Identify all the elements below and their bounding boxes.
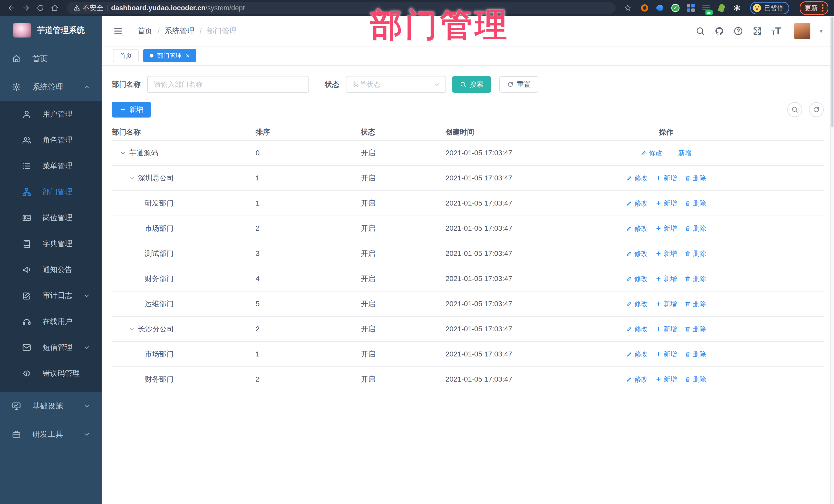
reset-button[interactable]: 重置 [499, 76, 539, 93]
browser-forward-button[interactable] [20, 2, 32, 14]
action-add-link[interactable]: 新增 [655, 224, 677, 233]
dept-name-text: 市场部门 [145, 349, 174, 359]
address-bar[interactable]: 不安全 dashboard.yudao.iocoder.cn/system/de… [67, 2, 616, 14]
ext-green-check-icon[interactable]: ✓ [671, 4, 680, 12]
sidebar-collapse-button[interactable] [113, 26, 123, 36]
action-delete-link[interactable]: 删除 [685, 224, 706, 233]
action-add-link[interactable]: 新增 [655, 350, 677, 359]
dept-name-input[interactable] [147, 76, 309, 93]
browser-reload-button[interactable] [35, 2, 46, 14]
sidebar-item-用户管理[interactable]: 用户管理 [0, 101, 102, 127]
browser-home-button[interactable] [49, 2, 61, 14]
breadcrumb-item[interactable]: 部门管理 [207, 26, 237, 36]
sidebar-item-菜单管理[interactable]: 菜单管理 [0, 153, 102, 179]
sidebar-item-短信管理[interactable]: 短信管理 [0, 334, 102, 360]
action-add-link[interactable]: 新增 [655, 325, 677, 334]
action-edit-link[interactable]: 修改 [641, 149, 662, 158]
action-edit-link[interactable]: 修改 [626, 224, 648, 233]
ext-green-figure-icon[interactable] [717, 4, 726, 12]
action-add-link[interactable]: 新增 [655, 274, 677, 283]
fullscreen-icon[interactable] [752, 26, 762, 36]
action-label: 删除 [693, 199, 706, 208]
help-icon[interactable] [733, 26, 743, 36]
sidebar-item-岗位管理[interactable]: 岗位管理 [0, 205, 102, 231]
close-icon[interactable]: × [186, 52, 190, 59]
headset-icon [22, 317, 31, 326]
sidebar-item-部门管理[interactable]: 部门管理 [0, 179, 102, 205]
sidebar-item-label: 错误码管理 [43, 368, 80, 378]
sidebar-item-通知公告[interactable]: 通知公告 [0, 257, 102, 283]
action-delete-link[interactable]: 删除 [685, 199, 706, 208]
ext-puzzle-icon[interactable] [733, 4, 741, 12]
sidebar-submenu: 用户管理角色管理菜单管理部门管理岗位管理字典管理通知公告审计日志在线用户短信管理… [0, 101, 102, 392]
sidebar-item-错误码管理[interactable]: 错误码管理 [0, 360, 102, 386]
action-add-link[interactable]: 新增 [655, 375, 677, 384]
action-edit-link[interactable]: 修改 [626, 325, 648, 334]
action-edit-link[interactable]: 修改 [626, 199, 648, 208]
ext-orange-ring-icon[interactable] [640, 4, 649, 12]
browser-back-button[interactable] [6, 2, 18, 14]
actions-cell: 修改新增删除 [599, 174, 733, 183]
expand-caret-icon[interactable] [119, 150, 126, 156]
action-delete-link[interactable]: 删除 [685, 174, 706, 183]
action-edit-link[interactable]: 修改 [626, 249, 648, 258]
sidebar-item-label: 在线用户 [43, 316, 72, 327]
action-edit-link[interactable]: 修改 [626, 274, 648, 283]
sidebar-item-首页[interactable]: 首页 [0, 45, 102, 73]
status-select[interactable]: 菜单状态 [346, 76, 446, 93]
add-button[interactable]: 新增 [112, 102, 151, 117]
action-delete-link[interactable]: 删除 [685, 375, 706, 384]
sidebar-item-字典管理[interactable]: 字典管理 [0, 231, 102, 257]
sidebar-item-系统管理[interactable]: 系统管理 [0, 73, 102, 101]
page-scrollbar[interactable] [830, 16, 834, 504]
action-edit-link[interactable]: 修改 [626, 375, 648, 384]
breadcrumb-item[interactable]: 首页 [137, 26, 152, 36]
sidebar-logo-row[interactable]: 芋道管理系统 [0, 16, 102, 45]
bookmark-star-button[interactable] [622, 2, 634, 14]
action-delete-link[interactable]: 删除 [685, 325, 706, 334]
ext-blue-drop-icon[interactable] [656, 4, 664, 12]
action-add-link[interactable]: 新增 [670, 149, 692, 158]
action-add-link[interactable]: 新增 [655, 249, 677, 258]
table-refresh-button[interactable] [809, 102, 824, 117]
ext-blue-grid-icon[interactable] [686, 4, 695, 12]
action-add-link[interactable]: 新增 [655, 174, 677, 183]
action-label: 修改 [649, 149, 662, 158]
breadcrumb-item[interactable]: 系统管理 [165, 26, 195, 36]
profile-paused-badge[interactable]: 已暂停 [750, 2, 789, 14]
expand-caret-icon[interactable] [128, 175, 135, 181]
action-edit-link[interactable]: 修改 [626, 174, 648, 183]
action-delete-link[interactable]: 删除 [685, 350, 706, 359]
scrollbar-thumb[interactable] [831, 17, 833, 127]
sidebar-item-角色管理[interactable]: 角色管理 [0, 127, 102, 153]
sidebar-item-研发工具[interactable]: 研发工具 [0, 420, 102, 448]
browser-menu-icon[interactable] [822, 4, 824, 12]
action-delete-link[interactable]: 删除 [685, 249, 706, 258]
action-edit-link[interactable]: 修改 [626, 300, 648, 308]
action-add-link[interactable]: 新增 [655, 199, 677, 208]
sidebar-item-在线用户[interactable]: 在线用户 [0, 308, 102, 334]
header-bar: 首页/系统管理/部门管理 TT ▾ [102, 16, 834, 46]
action-delete-link[interactable]: 删除 [685, 300, 706, 308]
browser-update-button[interactable]: 更新 [799, 1, 828, 15]
ext-list-on-icon[interactable]: on [702, 4, 710, 12]
avatar[interactable] [794, 23, 810, 39]
sidebar-item-审计日志[interactable]: 审计日志 [0, 283, 102, 308]
action-edit-link[interactable]: 修改 [626, 350, 648, 359]
table-search-toggle-button[interactable] [787, 102, 802, 117]
expand-caret-icon[interactable] [128, 326, 135, 332]
avatar-caret-icon[interactable]: ▾ [820, 27, 823, 35]
sidebar-item-基础设施[interactable]: 基础设施 [0, 392, 102, 420]
search-button[interactable]: 搜索 [452, 76, 491, 93]
chevron-down-icon [83, 402, 90, 410]
tab-部门管理[interactable]: 部门管理× [143, 49, 196, 62]
plus-icon [655, 225, 662, 232]
tab-首页[interactable]: 首页 [113, 49, 138, 62]
font-size-icon[interactable]: TT [771, 26, 781, 36]
action-delete-link[interactable]: 删除 [685, 274, 706, 283]
search-icon[interactable] [696, 26, 705, 36]
dept-name-cell: 芋道源码 [112, 148, 256, 158]
security-chip[interactable]: 不安全 [73, 3, 104, 13]
github-icon[interactable] [715, 26, 724, 36]
action-add-link[interactable]: 新增 [655, 300, 677, 308]
